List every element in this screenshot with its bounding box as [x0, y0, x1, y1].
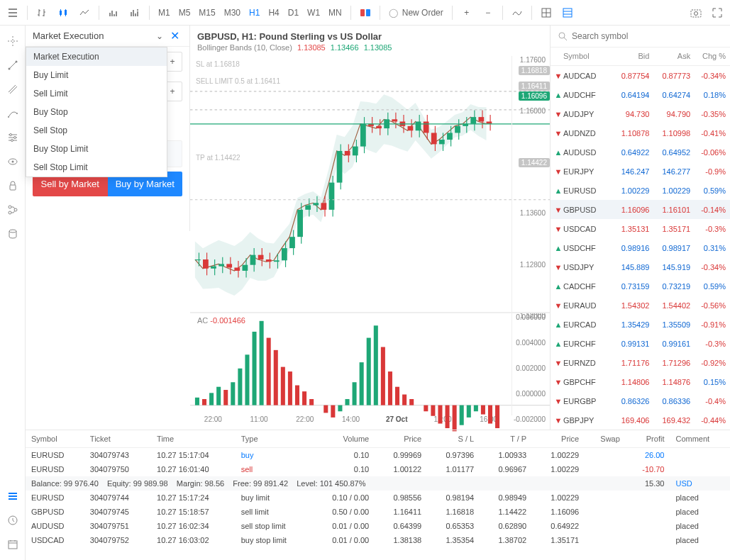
grid-layout-icon[interactable]: [536, 3, 556, 23]
chart-title: GBPUSD, H1: Pound Sterling vs US Dollar: [190, 26, 550, 43]
svg-rect-110: [223, 390, 228, 405]
fullscreen-icon[interactable]: [707, 3, 727, 23]
order-type-menu[interactable]: Market ExecutionBuy LimitSell LimitBuy S…: [26, 47, 167, 177]
order-type-dropdown[interactable]: Market Execution: [33, 30, 152, 41]
snapshot-icon[interactable]: [686, 3, 706, 23]
svg-rect-54: [305, 205, 311, 209]
indicators-icon[interactable]: [507, 3, 527, 23]
calendar-tab-icon[interactable]: [3, 534, 23, 554]
watchlist-row-eurnzd[interactable]: ▼EURNZD1.711761.71296-0.92%: [551, 353, 730, 372]
watchlist-row-usdcad[interactable]: ▼USDCAD1.351311.35171-0.3%: [551, 219, 730, 238]
order-row[interactable]: USDCAD30407975210.27 16:03:02buy stop li…: [26, 533, 730, 547]
fibonacci-icon[interactable]: [3, 103, 23, 123]
watchlist-row-gbpchf[interactable]: ▼GBPCHF1.148061.148760.15%: [551, 372, 730, 391]
timeframe-d1[interactable]: D1: [284, 3, 303, 23]
sl-price-flag: 1.16818: [519, 66, 550, 75]
chart-type-bars-icon[interactable]: [32, 3, 52, 23]
watchlist-row-cadchf[interactable]: ▲CADCHF0.731590.732190.59%: [551, 276, 730, 296]
watchlist-row-usdjpy[interactable]: ▼USDJPY145.889145.919-0.34%: [551, 257, 730, 276]
eye-icon[interactable]: [3, 152, 23, 172]
timeframe-m15[interactable]: M15: [194, 3, 219, 23]
heikin-ashi-icon[interactable]: [125, 3, 145, 23]
chevron-down-icon[interactable]: ⌄: [152, 31, 167, 41]
timeframe-w1[interactable]: W1: [303, 3, 324, 23]
watchlist-row-euraud[interactable]: ▼EURAUD1.543021.54402-0.56%: [551, 296, 730, 315]
timeframe-h4[interactable]: H4: [264, 3, 283, 23]
lock-icon[interactable]: [3, 176, 23, 196]
order-type-option[interactable]: Sell Stop: [26, 121, 167, 140]
svg-point-8: [695, 11, 698, 15]
watchlist-search[interactable]: [551, 26, 730, 47]
timeframe-m1[interactable]: M1: [154, 3, 175, 23]
timeframe-h1[interactable]: H1: [245, 3, 264, 23]
zoom-in-icon[interactable]: +: [457, 3, 477, 23]
storage-icon[interactable]: [3, 224, 23, 244]
svg-rect-144: [467, 405, 471, 417]
new-order-button[interactable]: ◯New Order: [385, 3, 448, 23]
watchlist-row-audchf[interactable]: ▲AUDCHF0.641940.642740.18%: [551, 85, 730, 104]
watchlist-row-eurchf[interactable]: ▲EURCHF0.991310.99161-0.3%: [551, 334, 730, 353]
svg-rect-24: [9, 541, 17, 549]
svg-rect-117: [274, 350, 278, 405]
one-click-trading-icon[interactable]: [355, 3, 375, 23]
watchlist-row-eurgbp[interactable]: ▼EURGBP0.863260.86336-0.4%: [551, 391, 730, 410]
watchlist-row-audusd[interactable]: ▲AUDUSD0.649220.64952-0.06%: [551, 142, 730, 162]
order-row[interactable]: EURUSD30407974410.27 15:17:24buy limit0.…: [26, 491, 730, 505]
svg-rect-141: [446, 405, 450, 427]
watchlist-row-gbpusd[interactable]: ▼GBPUSD1.160961.16101-0.14%: [551, 200, 730, 219]
timeframe-m30[interactable]: M30: [220, 3, 245, 23]
timeframe-mn[interactable]: MN: [324, 3, 346, 23]
svg-rect-46: [274, 260, 280, 262]
history-tab-icon[interactable]: [3, 510, 23, 530]
order-row[interactable]: AUDUSD30407975110.27 16:02:34sell stop l…: [26, 519, 730, 533]
order-row[interactable]: EURUSD30407974310.27 15:17:04buy0.100.99…: [26, 447, 730, 462]
zoom-out-icon[interactable]: −: [478, 3, 498, 23]
order-row[interactable]: EURUSD30407975010.27 16:01:40sell0.101.0…: [26, 462, 730, 476]
watchlist-row-eurjpy[interactable]: ▼EURJPY146.247146.277-0.9%: [551, 162, 730, 181]
watchlist-row-gbpjpy[interactable]: ▼GBPJPY169.406169.432-0.44%: [551, 410, 730, 430]
list-view-icon[interactable]: [558, 3, 577, 23]
svg-point-149: [559, 33, 565, 38]
order-row[interactable]: GBPUSD30407974510.27 15:18:57sell limit0…: [26, 505, 730, 519]
svg-point-21: [9, 211, 11, 214]
svg-rect-109: [216, 386, 221, 405]
toolbox-tab-icon[interactable]: [3, 486, 23, 506]
chart-type-line-icon[interactable]: [74, 3, 94, 23]
settings-sliders-icon[interactable]: [3, 128, 23, 147]
watchlist-row-eurusd[interactable]: ▲EURUSD1.002291.002290.59%: [551, 181, 730, 200]
svg-rect-3: [360, 9, 365, 16]
order-type-option[interactable]: Market Execution: [26, 47, 167, 66]
svg-rect-40: [250, 255, 256, 265]
svg-rect-138: [424, 405, 428, 411]
equidistant-icon[interactable]: [3, 79, 23, 99]
svg-point-19: [9, 206, 11, 208]
svg-rect-66: [353, 147, 358, 156]
hamburger-menu-icon[interactable]: [3, 3, 23, 23]
svg-rect-62: [337, 151, 343, 183]
svg-rect-146: [481, 405, 485, 414]
order-type-option[interactable]: Sell Limit: [26, 84, 167, 103]
volume-bars-icon[interactable]: [104, 3, 123, 23]
svg-rect-130: [367, 337, 371, 405]
order-type-option[interactable]: Sell Stop Limit: [26, 158, 167, 177]
ac-indicator-panel[interactable]: AC -0.001466 0.0060000.0040000.0020000.0…: [190, 313, 550, 415]
chart-type-candles-icon[interactable]: [53, 3, 73, 23]
watchlist-row-audcad[interactable]: ▼AUDCAD0.877540.87773-0.34%: [551, 66, 730, 85]
order-type-option[interactable]: Buy Stop: [26, 103, 167, 121]
close-panel-icon[interactable]: ✕: [167, 29, 182, 43]
svg-rect-128: [353, 382, 357, 405]
search-input[interactable]: [572, 31, 723, 41]
watchlist-row-eurcad[interactable]: ▲EURCAD1.354291.35509-0.91%: [551, 315, 730, 334]
objects-tree-icon[interactable]: [3, 200, 23, 220]
trendline-icon[interactable]: [3, 55, 23, 75]
watchlist-row-usdchf[interactable]: ▲USDCHF0.989160.989170.31%: [551, 238, 730, 257]
timeframe-m5[interactable]: M5: [175, 3, 195, 23]
orders-panel: SymbolTicketTimeTypeVolumePriceS / LT / …: [26, 430, 730, 560]
svg-rect-84: [424, 121, 429, 133]
crosshair-icon[interactable]: [3, 31, 23, 51]
order-type-option[interactable]: Buy Stop Limit: [26, 140, 167, 158]
watchlist-row-audnzd[interactable]: ▼AUDNZD1.108781.10998-0.41%: [551, 123, 730, 142]
watchlist-row-audjpy[interactable]: ▼AUDJPY94.73094.790-0.35%: [551, 104, 730, 123]
order-type-option[interactable]: Buy Limit: [26, 66, 167, 84]
price-chart[interactable]: SL at 1.16818 SELL LIMIT 0.5 at 1.16411 …: [190, 56, 550, 313]
